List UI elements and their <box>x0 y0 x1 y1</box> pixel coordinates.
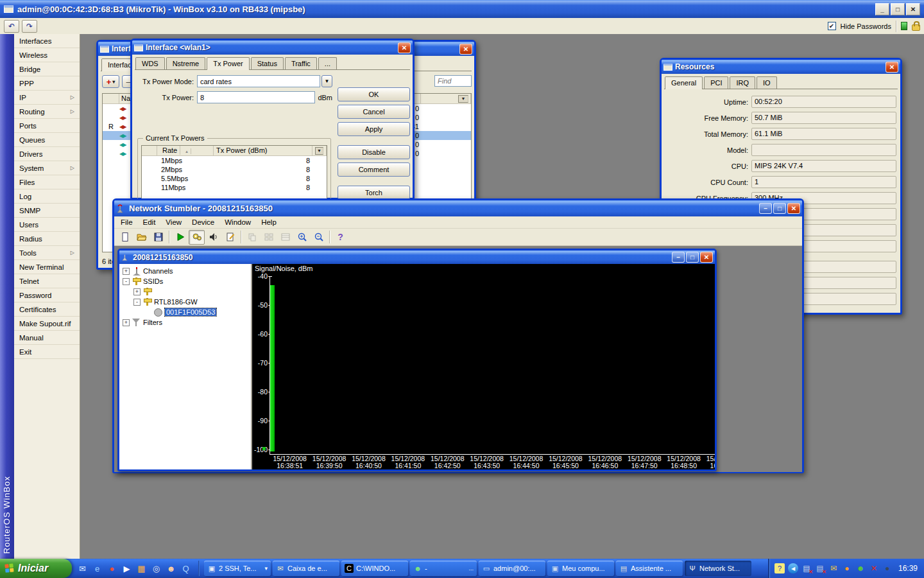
wlan1-tab[interactable]: Tx Power <box>207 57 249 70</box>
wlan1-tab[interactable]: WDS <box>135 57 165 69</box>
media-player-icon[interactable]: ▶ <box>121 563 132 574</box>
internet-explorer-icon[interactable]: e <box>92 563 103 574</box>
collapse-tray-icon[interactable]: ◀ <box>788 563 798 574</box>
antivirus-disabled-icon[interactable]: ✕ <box>869 563 879 574</box>
sidebar-item[interactable]: Exit <box>14 345 80 359</box>
close-icon[interactable]: ✕ <box>459 44 472 55</box>
speaker-icon[interactable] <box>205 230 221 245</box>
new-document-icon[interactable] <box>117 230 133 245</box>
menu-item[interactable]: View <box>160 217 187 227</box>
minimize-icon[interactable]: – <box>672 252 685 263</box>
tx-power-row[interactable]: 5.5Mbps 8 <box>142 174 327 183</box>
menu-item[interactable]: Edit <box>138 217 161 227</box>
sidebar-item[interactable]: Password <box>14 288 80 302</box>
sidebar-item[interactable]: Ports <box>14 119 80 133</box>
tree-expander[interactable]: - <box>133 299 141 306</box>
tree-node[interactable]: - SSIDs <box>119 276 251 286</box>
help-icon[interactable]: ? <box>332 230 348 245</box>
task-button[interactable]: Ψ Network St... <box>685 561 751 576</box>
sidebar-item[interactable]: Certificates <box>14 302 80 317</box>
sidebar-item[interactable]: System ▷ <box>14 161 80 175</box>
wlan1-tab[interactable]: Traffic <box>285 57 317 69</box>
task-button[interactable]: ▭ admin@00:... <box>479 561 545 576</box>
dialog-button[interactable]: Apply <box>338 122 410 136</box>
netstumbler-titlebar[interactable]: Network Stumbler - 20081215163850 – □ ✕ <box>114 200 802 216</box>
tree-expander[interactable]: + <box>133 288 141 295</box>
add-interface-button[interactable]: + ▾ <box>102 75 119 88</box>
messenger-online-icon[interactable]: ☻ <box>855 563 866 574</box>
sidebar-item[interactable]: Bridge <box>14 62 80 76</box>
resources-titlebar[interactable]: Resources ✕ <box>662 60 900 74</box>
sidebar-item[interactable]: SNMP <box>14 204 80 218</box>
task-button[interactable]: ▣ Meu compu... <box>547 561 614 576</box>
close-icon[interactable]: ✕ <box>700 252 713 263</box>
menu-item[interactable]: File <box>116 217 138 227</box>
tx-power-row[interactable]: 1Mbps 8 <box>142 156 327 165</box>
sidebar-item[interactable]: Drivers <box>14 147 80 161</box>
tree-node[interactable]: 001F1F005D53 <box>119 307 251 317</box>
task-button[interactable]: ✉ Caixa de e... <box>273 561 339 576</box>
zoom-out-icon[interactable] <box>311 230 327 245</box>
task-button[interactable]: ☻ - ... <box>410 561 477 576</box>
tree-node[interactable]: + Channels <box>119 266 251 276</box>
save-icon[interactable] <box>150 230 166 245</box>
sidebar-item[interactable]: Manual <box>14 331 80 345</box>
volume-globe-icon[interactable]: ● <box>882 563 893 574</box>
maximize-button[interactable]: □ <box>891 3 905 15</box>
play-scan-icon[interactable] <box>172 230 188 245</box>
dialog-button[interactable]: Cancel <box>338 105 410 119</box>
sidebar-item[interactable]: Radius <box>14 232 80 246</box>
close-icon[interactable]: ✕ <box>787 203 800 214</box>
cascade-disabled-icon[interactable] <box>244 230 260 245</box>
sidebar-item[interactable]: Files <box>14 175 80 189</box>
wlan1-titlebar[interactable]: Interface <wlan1> ✕ <box>132 40 413 55</box>
resources-tab[interactable]: General <box>665 76 703 89</box>
sidebar-item[interactable]: Users <box>14 218 80 232</box>
close-button[interactable]: ✕ <box>906 3 920 15</box>
maximize-icon[interactable]: □ <box>773 203 786 214</box>
sidebar-item[interactable]: Log <box>14 189 80 204</box>
tree-expander[interactable]: + <box>123 319 130 326</box>
zoom-in-icon[interactable] <box>294 230 310 245</box>
tree-node[interactable]: + <box>119 286 251 297</box>
clock-sync-icon[interactable]: ● <box>842 563 852 574</box>
sidebar-item[interactable]: Make Supout.rif <box>14 317 80 331</box>
sidebar-item[interactable]: Telnet <box>14 274 80 288</box>
dialog-button[interactable]: Disable <box>338 145 410 159</box>
menu-item[interactable]: Window <box>219 217 256 227</box>
cd-icon[interactable]: ◎ <box>151 563 162 574</box>
sidebar-item[interactable]: New Terminal <box>14 260 80 274</box>
open-file-icon[interactable] <box>133 230 150 245</box>
task-button[interactable]: ▤ Assistente ... <box>616 561 683 576</box>
document-titlebar[interactable]: 20081215163850 – □ ✕ <box>119 250 715 264</box>
sidebar-item[interactable]: Interfaces <box>14 34 80 48</box>
undo-button[interactable]: ↶ <box>4 20 19 33</box>
details-list-icon[interactable] <box>277 230 293 245</box>
resources-tab[interactable]: IRQ <box>730 76 755 89</box>
menu-item[interactable]: Device <box>187 217 219 227</box>
column-tx-power[interactable]: Tx Power (dBm) <box>214 146 312 155</box>
task-button[interactable]: ▣ 2 SSH, Te... ▾ <box>204 561 271 576</box>
tree-expander[interactable]: - <box>123 278 130 285</box>
calendar-icon[interactable]: ▦ <box>136 563 147 574</box>
wlan1-tab[interactable]: ... <box>318 57 337 69</box>
tree-node[interactable]: + Filters <box>119 317 251 328</box>
dialog-button[interactable]: OK <box>338 87 410 101</box>
dialog-button[interactable]: Torch <box>338 186 410 200</box>
resources-tab[interactable]: IO <box>757 76 777 89</box>
resources-tab[interactable]: PCI <box>704 76 728 89</box>
filter-dropdown-icon[interactable]: ▼ <box>458 95 468 103</box>
tx-power-input[interactable]: 8 <box>197 91 315 103</box>
sidebar-item[interactable]: Wireless <box>14 48 80 62</box>
search-icon[interactable]: Q <box>180 563 191 574</box>
tree-node[interactable]: - RTL8186-GW <box>119 297 251 307</box>
dropdown-arrow-icon[interactable]: ▼ <box>321 75 332 87</box>
wlan1-tab[interactable]: Status <box>251 57 284 69</box>
help-tray-icon[interactable]: ? <box>774 563 785 574</box>
task-button[interactable]: C C:\WINDO... <box>341 561 408 576</box>
menu-item[interactable]: Help <box>256 217 282 227</box>
close-icon[interactable]: ✕ <box>398 42 411 53</box>
hide-passwords-checkbox[interactable]: ✔ <box>828 22 836 30</box>
dialog-button[interactable]: Comment <box>338 162 410 177</box>
find-input[interactable] <box>434 75 472 87</box>
